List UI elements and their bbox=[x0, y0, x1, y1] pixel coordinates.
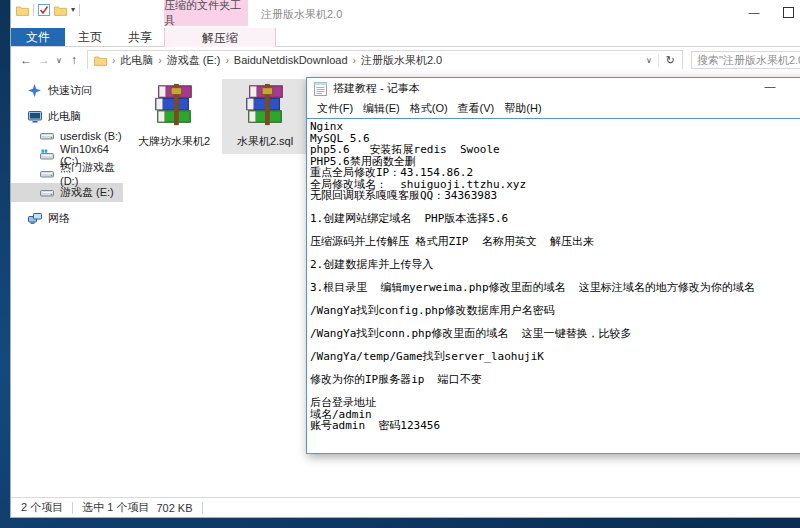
system-drive-icon bbox=[40, 148, 55, 161]
window-controls: — bbox=[737, 0, 800, 24]
notepad-minimize-button[interactable]: — bbox=[755, 80, 785, 92]
back-icon[interactable]: ← bbox=[17, 53, 35, 67]
minimize-button[interactable]: — bbox=[737, 0, 771, 24]
breadcrumb-drive-e[interactable]: 游戏盘 (E:) bbox=[164, 53, 224, 68]
breadcrumb: › 此电脑 › 游戏盘 (E:) › BaiduNetdiskDownload … bbox=[88, 53, 640, 68]
window-title: 注册版水果机2.0 bbox=[261, 7, 342, 22]
file-item-rar-archive[interactable]: 大牌坊水果机2 bbox=[131, 79, 217, 154]
toolbar-separator bbox=[33, 4, 34, 16]
sidebar-label: 此电脑 bbox=[48, 109, 81, 124]
toolbar-separator bbox=[79, 4, 80, 16]
breadcrumb-separator: › bbox=[223, 55, 230, 66]
sidebar-label: 游戏盘 (E:) bbox=[60, 185, 114, 200]
notepad-menubar: 文件(F) 编辑(E) 格式(O) 查看(V) 帮助(H) bbox=[307, 99, 800, 118]
notepad-edit-area[interactable]: Nginx MySQL 5.6 php5.6 安装拓展redis Swoole … bbox=[307, 118, 800, 453]
tab-extract[interactable]: 解压缩 bbox=[164, 28, 276, 47]
notepad-text: Nginx MySQL 5.6 php5.6 安装拓展redis Swoole … bbox=[307, 119, 800, 432]
winrar-archive-icon bbox=[242, 83, 288, 127]
sidebar-label: userdisk (B:) bbox=[60, 130, 122, 142]
sidebar-label: 热门游戏盘 (D:) bbox=[60, 160, 123, 187]
breadcrumb-current-folder[interactable]: 注册版水果机2.0 bbox=[358, 53, 445, 68]
sidebar-item-drive-d[interactable]: 热门游戏盘 (D:) bbox=[11, 164, 123, 183]
sidebar-item-this-pc[interactable]: 此电脑 bbox=[11, 107, 123, 126]
drive-icon bbox=[40, 167, 55, 180]
breadcrumb-this-pc[interactable]: 此电脑 bbox=[117, 53, 156, 68]
tab-share[interactable]: 共享 bbox=[115, 28, 165, 46]
file-name: 大牌坊水果机2 bbox=[131, 135, 217, 148]
status-separator bbox=[72, 502, 73, 514]
menu-file[interactable]: 文件(F) bbox=[312, 101, 358, 116]
item-count: 2 个项目 bbox=[21, 500, 63, 515]
status-bar: 2 个项目 选中 1 个项目 702 KB bbox=[11, 497, 800, 517]
status-separator bbox=[202, 502, 203, 514]
maximize-icon bbox=[783, 7, 794, 18]
file-item-sql-archive[interactable]: 水果机2.sql bbox=[222, 79, 308, 154]
new-folder-icon[interactable] bbox=[54, 5, 67, 16]
drive-icon bbox=[40, 129, 55, 142]
properties-check-icon[interactable] bbox=[38, 4, 50, 16]
navigation-pane: 快速访问 此电脑 userdisk (B:) Win10x64 (C:) bbox=[11, 69, 123, 497]
sidebar-item-drive-e[interactable]: 游戏盘 (E:) bbox=[11, 183, 123, 202]
notepad-titlebar: 搭建教程 - 记事本 — bbox=[307, 78, 800, 99]
breadcrumb-separator: › bbox=[351, 55, 358, 66]
menu-help[interactable]: 帮助(H) bbox=[499, 101, 546, 116]
quick-access-toolbar: ▾ bbox=[16, 4, 80, 16]
selection-count: 选中 1 个项目 bbox=[82, 500, 149, 515]
notepad-window: 搭建教程 - 记事本 — 文件(F) 编辑(E) 格式(O) 查看(V) 帮助(… bbox=[306, 77, 800, 454]
forward-icon[interactable]: → bbox=[35, 53, 53, 67]
notepad-icon bbox=[314, 81, 327, 96]
drive-icon bbox=[40, 186, 55, 199]
menu-format[interactable]: 格式(O) bbox=[405, 101, 453, 116]
explorer-titlebar: ▾ 压缩的文件夹工具 注册版水果机2.0 — bbox=[11, 0, 800, 28]
quick-access-star-icon bbox=[28, 84, 43, 97]
refresh-icon[interactable]: ↻ bbox=[658, 54, 682, 67]
history-chevron-icon[interactable]: ∨ bbox=[53, 56, 65, 65]
search-input[interactable] bbox=[691, 51, 800, 69]
tab-file[interactable]: 文件 bbox=[11, 28, 65, 46]
breadcrumb-baidunetdiskdownload[interactable]: BaiduNetdiskDownload bbox=[231, 54, 351, 66]
contextual-tab-group: 压缩的文件夹工具 bbox=[164, 0, 248, 26]
sidebar-label: 快速访问 bbox=[48, 83, 92, 98]
sidebar-item-quick-access[interactable]: 快速访问 bbox=[11, 81, 123, 100]
folder-icon[interactable] bbox=[16, 5, 29, 16]
qat-dropdown-icon[interactable]: ▾ bbox=[71, 5, 75, 15]
breadcrumb-separator: › bbox=[156, 55, 163, 66]
sidebar-label: 网络 bbox=[48, 211, 70, 226]
up-icon[interactable]: ↑ bbox=[65, 53, 83, 67]
menu-edit[interactable]: 编辑(E) bbox=[358, 101, 405, 116]
address-bar[interactable]: › 此电脑 › 游戏盘 (E:) › BaiduNetdiskDownload … bbox=[87, 50, 683, 70]
breadcrumb-separator: › bbox=[110, 55, 117, 66]
sidebar-item-network[interactable]: 网络 bbox=[11, 209, 123, 228]
network-icon bbox=[28, 212, 43, 225]
address-dropdown-icon[interactable]: ∨ bbox=[640, 56, 658, 65]
desktop: { "icons": { "back": "←", "forward": "→"… bbox=[0, 0, 800, 528]
ribbon-tabs: 文件 主页 共享 查看 解压缩 bbox=[11, 28, 800, 47]
menu-view[interactable]: 查看(V) bbox=[453, 101, 500, 116]
folder-icon bbox=[94, 54, 108, 67]
file-name: 水果机2.sql bbox=[222, 135, 308, 148]
computer-icon bbox=[28, 110, 43, 123]
winrar-archive-icon bbox=[151, 83, 197, 127]
notepad-title: 搭建教程 - 记事本 bbox=[333, 81, 420, 96]
maximize-button[interactable] bbox=[771, 0, 800, 24]
selection-size: 702 KB bbox=[156, 502, 192, 514]
tab-home[interactable]: 主页 bbox=[65, 28, 115, 46]
